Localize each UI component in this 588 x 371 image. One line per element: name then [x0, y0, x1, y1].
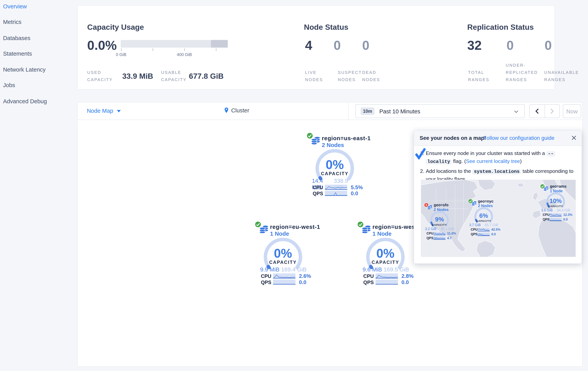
locality-tree-link[interactable]: See current locality tree [466, 158, 520, 164]
time-range-badge: 10m [361, 107, 374, 115]
cpu-value: 11.0% [447, 231, 456, 235]
axis-tick [216, 48, 216, 51]
qps-sparkline [549, 217, 562, 221]
step-done-check-icon [415, 147, 426, 160]
label-line: USED [87, 70, 101, 74]
setup-steps: 1. Ensure every node in your cluster was… [420, 150, 578, 185]
sidebar: Overview Metrics Databases Statements Ne… [0, 0, 77, 371]
cpu-row: CPU 42.5% [471, 228, 501, 232]
chevron-down-icon [514, 110, 518, 113]
sidebar-item-databases[interactable]: Databases [3, 35, 30, 42]
close-icon[interactable] [572, 135, 576, 140]
label-line: DEAD [362, 70, 376, 74]
cpu-sparkline [433, 232, 446, 235]
database-icon [362, 224, 371, 234]
unavailable-ranges-label: UNAVAILABLE RANGES [544, 69, 579, 83]
gauge-percent: 0% [274, 246, 292, 260]
gauge-percent: 0% [326, 158, 344, 172]
cpu-label: CPU [543, 213, 549, 216]
used-value: 9.6 MiB [363, 266, 382, 273]
capacity-values: 9.6 MiB 169.5 GiB [363, 266, 409, 273]
gauge-percent: 0% [376, 246, 394, 260]
capacity-usage-title: Capacity Usage [87, 23, 144, 31]
sidebar-item-metrics[interactable]: Metrics [3, 19, 21, 26]
database-icon [544, 185, 549, 191]
label-line: RANGES [506, 77, 527, 82]
sidebar-item-advanced-debug[interactable]: Advanced Debug [3, 98, 47, 105]
qps-sparkline [433, 236, 446, 240]
axis-label-0gib: 0 GiB [113, 52, 129, 57]
dead-nodes-count: 0 [362, 39, 369, 52]
region-nodes-link[interactable]: 2 Nodes [322, 142, 344, 148]
usable-value: 34.4 GiB [557, 208, 570, 212]
region-card-eu-west-1: region=eu-west-1 1 Node 0% CAPACITY 9.9 … [256, 221, 314, 288]
replication-status-title: Replication Status [467, 23, 534, 31]
step-text: Ensure every node in your cluster was st… [426, 150, 555, 165]
database-icon [259, 224, 268, 234]
gauge-percent: 9% [435, 216, 444, 223]
database-icon [472, 200, 477, 206]
qps-value: 0.0 [491, 232, 496, 236]
cpu-row: CPU 11.0% [427, 231, 456, 235]
popup-title: See your nodes on a map! [420, 135, 486, 141]
label-line: NODES [362, 77, 380, 82]
capacity-bar: 0 GiB 400 GiB [121, 40, 228, 48]
inline-code: system.locations [472, 169, 521, 174]
label-line: REPLICATED [506, 70, 538, 74]
sidebar-item-network-latency[interactable]: Network Latency [3, 66, 46, 74]
now-button[interactable]: Now [563, 104, 581, 118]
cpu-value: 2.8% [401, 273, 413, 279]
cpu-label: CPU [313, 185, 325, 190]
qps-sparkline [325, 191, 347, 196]
qps-label: QPS [471, 232, 478, 236]
qps-sparkline [273, 279, 296, 285]
region-title: geo=ams [550, 184, 567, 189]
region-nodes-link[interactable]: 1 Node [372, 230, 391, 237]
mini-region-geo-ams: geo=ams 1 Node 10% CAPACITY 3.6 GiB 34.4… [538, 183, 573, 223]
under-replicated-label: UNDER- REPLICATED RANGES [506, 62, 538, 83]
breadcrumb[interactable]: Cluster [224, 107, 249, 113]
step-text-segment: Ensure every node in your cluster was st… [426, 150, 546, 156]
chevron-left-icon [535, 109, 539, 114]
qps-sparkline [375, 279, 398, 285]
live-nodes-count: 4 [305, 39, 312, 52]
configuration-guide-link[interactable]: Follow our configuration guide [483, 135, 555, 141]
gauge-capacity-label: CAPACITY [269, 260, 297, 265]
region-nodes-link[interactable]: 1 Node [270, 230, 289, 237]
axis-label-400gib: 400 GiB [173, 52, 196, 57]
cpu-sparkline [273, 273, 296, 279]
cluster-overview-page: Overview Metrics Databases Statements Ne… [0, 0, 588, 371]
capacity-values: 9.9 MiB 169.4 GiB [260, 266, 306, 273]
sidebar-item-overview[interactable]: Overview [3, 3, 27, 11]
qps-label: QPS [261, 279, 273, 285]
sidebar-item-jobs[interactable]: Jobs [3, 82, 15, 89]
cpu-sparkline [549, 213, 562, 216]
cpu-value: 5.5% [351, 184, 363, 190]
time-prev-button[interactable] [530, 105, 544, 118]
view-mode-select[interactable]: Node Map [87, 107, 113, 114]
region-card-us-east-1: region=us-east-1 2 Nodes 0% CAPACITY 14.… [308, 132, 365, 199]
database-icon [427, 204, 433, 210]
gauge-percent: 6% [479, 212, 488, 219]
cpu-label: CPU [471, 228, 478, 232]
time-next-button[interactable] [545, 105, 559, 118]
inline-code: -- [546, 151, 555, 156]
node-map-preview: 1 geo=sfo 2 Nodes 9 [421, 180, 576, 257]
dead-nodes-label: DEAD NODES [362, 69, 380, 83]
mini-region-geo-sfo: 1 geo=sfo 2 Nodes 9 [422, 202, 457, 241]
time-range-dropdown[interactable]: 10m Past 10 Minutes [355, 104, 525, 118]
mini-region-geo-nyc: geo=nyc 2 Nodes 6% CAPACITY 3.7 GiB 65.7… [466, 198, 501, 238]
qps-value: 0.0 [563, 217, 568, 221]
qps-label: QPS [363, 279, 376, 285]
cpu-row: CPU 12.3% [543, 213, 572, 216]
qps-row: QPS 0.0 [261, 279, 306, 285]
label-line: UNAVAILABLE [544, 70, 579, 74]
qps-sparkline [478, 232, 490, 236]
cpu-row: CPU 5.5% [313, 184, 363, 190]
label-line: RANGES [544, 77, 566, 82]
gauge-capacity-label: CAPACITY [476, 219, 491, 222]
sidebar-item-statements[interactable]: Statements [3, 50, 32, 58]
cluster-summary-card: Capacity Usage 0.0% 0 GiB 400 GiB USED C… [77, 5, 555, 89]
usable-capacity-value: 677.8 GiB [189, 72, 224, 81]
popup-header: See your nodes on a map! Follow our conf… [414, 131, 581, 146]
